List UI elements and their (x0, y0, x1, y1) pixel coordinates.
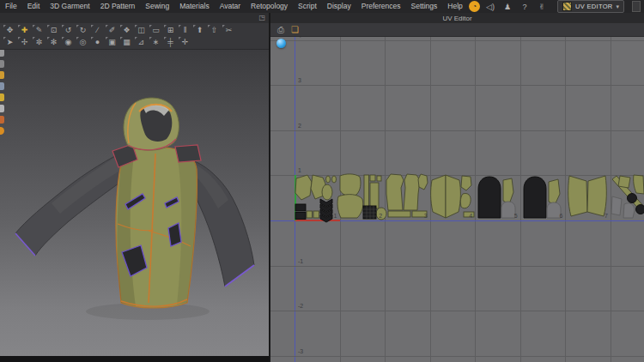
point-tool-icon[interactable]: ◉ (62, 37, 75, 48)
menu-file[interactable]: File (0, 0, 22, 13)
dart-tool-icon[interactable]: ❖ (120, 25, 133, 36)
u-axis-label: 6 (559, 213, 562, 219)
add-point-tool-icon[interactable]: ✚ (18, 25, 31, 36)
uv-snapshot-icon[interactable]: ⎙ (277, 26, 284, 34)
rotate-ccw-tool-icon[interactable]: ↺ (62, 25, 75, 36)
uv-editor-toolbar: ⎙❏ (270, 23, 644, 37)
bottom-bar (0, 356, 269, 362)
slash-cut-tool-icon[interactable]: ∕ (91, 25, 104, 36)
menu-3d-garment[interactable]: 3D Garment (45, 0, 94, 13)
uv-canvas[interactable]: 4321-1-2-31234567 (270, 36, 644, 362)
folder-garment-icon[interactable] (0, 71, 4, 79)
cursor-tool-icon[interactable]: ➤ (3, 37, 16, 48)
star-tool-icon[interactable]: ∗ (149, 37, 162, 48)
uv-island-hood-back[interactable] (568, 176, 607, 216)
uv-editor-title: UV Editor (442, 15, 471, 22)
uv-island-back-panels[interactable] (431, 175, 474, 218)
align-tool-icon[interactable]: ╪ (164, 37, 177, 48)
menu-items: FileEdit3D Garment2D PatternSewingMateri… (0, 0, 468, 13)
grid-tool-icon[interactable]: ⊞ (164, 25, 177, 36)
application-window: FileEdit3D Garment2D PatternSewingMateri… (0, 0, 644, 362)
menu-avatar[interactable]: Avatar (215, 0, 246, 13)
gesture-icon[interactable]: ✌ (535, 2, 549, 12)
scissors-tool-icon[interactable]: ✂ (222, 25, 235, 36)
uv-checker-icon (562, 2, 572, 11)
uv-island-front-panels[interactable] (386, 174, 428, 217)
uv-editor-mode-button[interactable]: UV EDITOR ▾ (557, 0, 624, 13)
menu-script[interactable]: Script (293, 0, 322, 13)
toolbar-row-2: ➤✢✼✻◉◎●▣▦⊿∗╪✛ (0, 37, 269, 48)
uv-island-trims[interactable] (611, 175, 644, 218)
fabric-icon[interactable] (0, 82, 4, 90)
toolbar-row-1: ✥✚✎⊡↺↻∕✐❖◫▭⊞‖⬆⇧✂ (0, 25, 269, 36)
menu-settings[interactable]: Settings (406, 0, 443, 13)
menu-2d-pattern[interactable]: 2D Pattern (95, 0, 141, 13)
v-axis-label: 2 (298, 123, 301, 129)
menu-help[interactable]: Help (442, 0, 467, 13)
pin-tool-icon[interactable]: ✢ (18, 37, 31, 48)
viewport-header-strip: ◳ (0, 13, 269, 23)
avatar-icon[interactable] (0, 60, 4, 68)
pen-tool-icon[interactable]: ✐ (106, 25, 118, 36)
yoke-right[interactable] (175, 145, 201, 162)
navigation-sphere-icon[interactable] (276, 39, 286, 48)
u-axis-label: 4 (469, 213, 472, 219)
lift-tool-icon[interactable]: ⇧ (208, 25, 221, 36)
uv-islands[interactable] (270, 36, 644, 362)
speaker-icon[interactable]: ◁) (483, 2, 497, 12)
v-axis-label: 1 (298, 167, 301, 173)
trace-tool-icon[interactable]: ◫ (135, 25, 148, 36)
arrow-up-tool-icon[interactable]: ⬆ (193, 25, 206, 36)
save-icon[interactable] (0, 105, 4, 112)
panel-divider[interactable] (269, 13, 270, 362)
rectangle-tool-icon[interactable]: ▭ (149, 25, 162, 36)
main-toolbar: ✥✚✎⊡↺↻∕✐❖◫▭⊞‖⬆⇧✂ ➤✢✼✻◉◎●▣▦⊿∗╪✛ (0, 23, 269, 50)
uv-editor-titlebar[interactable]: UV Editor (270, 13, 644, 23)
cross-tool-icon[interactable]: ✛ (179, 37, 191, 48)
mesh-tool-icon[interactable]: ▦ (120, 37, 133, 48)
material-icon[interactable] (0, 116, 4, 124)
uv-island-checker-square[interactable] (363, 206, 376, 219)
menu-display[interactable]: Display (322, 0, 356, 13)
circle-tool-icon[interactable]: ◎ (76, 37, 89, 48)
menu-preferences[interactable]: Preferences (356, 0, 406, 13)
menu-retopology[interactable]: Retopology (246, 0, 293, 13)
uv-island-black-squares[interactable] (295, 199, 332, 222)
solid-circle-tool-icon[interactable]: ● (91, 37, 104, 48)
panel-tool-icon[interactable]: ▣ (106, 37, 118, 48)
coat-body[interactable] (116, 148, 197, 309)
pause-tool-icon[interactable]: ‖ (179, 25, 191, 36)
u-axis-label: 2 (379, 213, 382, 219)
uv-pack-icon[interactable]: ❏ (291, 26, 299, 34)
rotate-cw-tool-icon[interactable]: ↻ (76, 25, 89, 36)
3d-viewport[interactable] (0, 49, 269, 356)
u-axis-label: 5 (514, 213, 518, 219)
help-icon[interactable]: ? (518, 2, 532, 12)
panel-options-icon[interactable]: ◳ (258, 14, 265, 21)
user-icon[interactable]: ♟ (501, 2, 514, 12)
pattern-box-tool-icon[interactable]: ⊡ (47, 25, 60, 36)
flatten-tool-icon[interactable]: ✼ (33, 37, 46, 48)
notification-icon[interactable]: ◔ (469, 1, 480, 12)
hood[interactable] (124, 98, 179, 150)
edit-pattern-tool-icon[interactable]: ✎ (33, 25, 46, 36)
smooth-tool-icon[interactable]: ✻ (47, 37, 60, 48)
garment-3d-view[interactable] (0, 49, 269, 356)
uv-island-dark-sleeve-2[interactable] (524, 177, 561, 218)
menu-edit[interactable]: Edit (22, 0, 46, 13)
menu-sewing[interactable]: Sewing (140, 0, 174, 13)
chevron-down-icon: ▾ (616, 3, 619, 10)
u-axis-label: 7 (605, 213, 608, 219)
v-axis-label: -1 (298, 258, 303, 264)
metal-sphere-icon[interactable] (0, 127, 4, 135)
window-controls-partial-icon[interactable] (632, 1, 641, 12)
left-dock-icons (0, 49, 4, 135)
transform-tool-icon[interactable]: ✥ (3, 25, 16, 36)
menu-materials[interactable]: Materials (174, 0, 214, 13)
menu-bar: FileEdit3D Garment2D PatternSewingMateri… (0, 0, 644, 13)
folder-trim-icon[interactable] (0, 94, 4, 101)
menu-right-icons: ◔◁)♟?✌ UV EDITOR ▾ (469, 0, 644, 13)
window-icon[interactable] (0, 49, 4, 57)
angle-tool-icon[interactable]: ⊿ (135, 37, 148, 48)
uv-island-dark-sleeve-1[interactable] (478, 177, 515, 218)
